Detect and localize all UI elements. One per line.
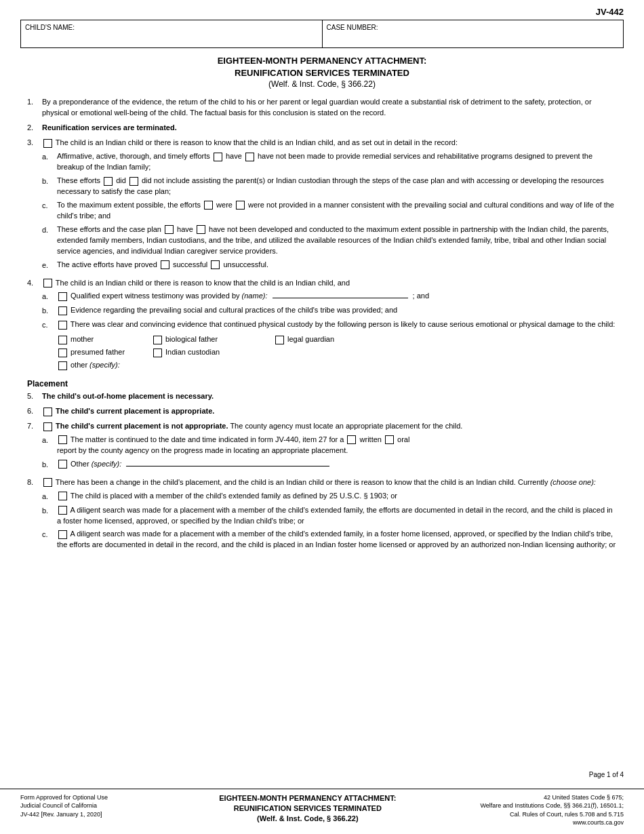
item-7a-checkbox[interactable] <box>58 435 67 444</box>
item-3e-text1: The active efforts have proved <box>57 260 157 269</box>
item-8a-checkbox[interactable] <box>58 492 67 500</box>
item-5-text: The child's out-of-home placement is nec… <box>42 392 214 400</box>
item-3b-did-checkbox[interactable] <box>104 177 113 186</box>
option-legal-guardian: legal guardian <box>274 334 334 345</box>
item-3c: c. To the maximum extent possible, the e… <box>42 200 617 222</box>
item-7: 7. The child's current placement is not … <box>27 421 617 473</box>
item-3e-unsuccessful: unsuccessful. <box>223 260 268 269</box>
legal-guardian-checkbox[interactable] <box>275 336 284 344</box>
item-3d: d. These efforts and the case plan have … <box>42 224 617 257</box>
footer-right-line1: 42 United States Code § 675; <box>451 793 624 802</box>
item-8-text1: There has been a change in the child's p… <box>56 478 548 486</box>
indian-custodian-label: Indian custodian <box>165 347 220 358</box>
footer-right-line3: Cal. Rules of Court, rules 5.708 and 5.7… <box>451 810 624 819</box>
item-3c-were: were <box>216 201 233 209</box>
item-7b-specify: (specify): <box>92 460 122 468</box>
item-8: 8. There has been a change in the child'… <box>27 477 617 554</box>
item-3b-did-not-checkbox[interactable] <box>129 177 138 186</box>
header-row: CHILD'S NAME: CASE NUMBER: <box>20 20 624 48</box>
footer-right-line2: Welfare and Institutions Code, §§ 366.21… <box>451 801 624 810</box>
item-7b-checkbox[interactable] <box>58 460 67 469</box>
item-3b: b. These efforts did did not include ass… <box>42 176 617 197</box>
other-specify-label: (specify): <box>89 360 120 371</box>
item-3: 3. The child is an Indian child or there… <box>27 138 617 273</box>
legal-guardian-label: legal guardian <box>287 334 334 345</box>
bio-father-checkbox[interactable] <box>153 336 162 344</box>
item-3a-have-not-checkbox[interactable] <box>245 153 254 161</box>
item-5: 5. The child's out-of-home placement is … <box>27 391 617 402</box>
item-3a-text1: Affirmative, active, thorough, and timel… <box>57 152 210 160</box>
item-8c-text: A diligent search was made for a placeme… <box>57 530 616 549</box>
footer-center-line2: REUNIFICATION SERVICES TERMINATED <box>164 803 451 814</box>
item-3e-successful-checkbox[interactable] <box>161 260 169 269</box>
case-number-field[interactable]: CASE NUMBER: <box>323 20 624 47</box>
item-3e-unsuccessful-checkbox[interactable] <box>211 260 220 269</box>
item-4a-name-field[interactable] <box>273 298 408 298</box>
item-4c-options: mother biological father legal guardian <box>57 334 617 371</box>
item-4c-checkbox[interactable] <box>58 321 67 330</box>
item-4-checkbox[interactable] <box>43 279 52 287</box>
footer-left-line1: Form Approved for Optional Use <box>20 793 164 802</box>
item-7-text2: The county agency must locate an appropr… <box>230 422 462 430</box>
other-label: other <box>71 360 87 371</box>
item-8-checkbox[interactable] <box>43 478 52 487</box>
item-8b-checkbox[interactable] <box>58 506 67 515</box>
item-3b-text1: These efforts <box>57 176 100 184</box>
other-checkbox[interactable] <box>58 361 67 370</box>
option-indian-custodian: Indian custodian <box>152 347 220 358</box>
indian-custodian-checkbox[interactable] <box>153 349 162 357</box>
item-7a-oral-checkbox[interactable] <box>385 435 394 444</box>
title-line3: (Welf. & Inst. Code, § 366.22) <box>20 79 624 89</box>
item-8c-checkbox[interactable] <box>58 530 67 539</box>
presumed-father-label: presumed father <box>71 347 125 358</box>
item-3a-have-checkbox[interactable] <box>214 153 222 161</box>
case-number-label: CASE NUMBER: <box>327 24 378 31</box>
footer-left-line3: JV-442 [Rev. January 1, 2020] <box>20 810 164 819</box>
item-7a-written-checkbox[interactable] <box>347 435 356 444</box>
item-3b-did-not: did not include assisting the parent(s) … <box>57 176 604 195</box>
footer: Form Approved for Optional Use Judicial … <box>0 789 644 827</box>
item-7-text1: The child's current placement is not app… <box>56 422 228 430</box>
footer-left-line2: Judicial Council of California <box>20 801 164 810</box>
item-7-checkbox[interactable] <box>43 422 52 431</box>
item-3-checkbox[interactable] <box>43 139 52 148</box>
item-3c-text1: To the maximum extent possible, the effo… <box>57 201 201 209</box>
item-3d-have-checkbox[interactable] <box>165 225 174 234</box>
item-7a-written: written <box>360 435 382 443</box>
item-3d-have-not-checkbox[interactable] <box>197 225 205 234</box>
content-area: 1. By a preponderance of the evidence, t… <box>27 97 617 553</box>
option-other: other (specify): <box>57 360 617 371</box>
mother-checkbox[interactable] <box>58 336 67 344</box>
page-number: Page 1 of 4 <box>589 771 624 778</box>
item-4-intro: The child is an Indian child or there is… <box>56 279 350 287</box>
item-8-choose: (choose one): <box>550 478 596 486</box>
item-4a: a. Qualified expert witness testimony wa… <box>42 291 617 302</box>
item-2: 2. Reunification services are terminated… <box>27 123 617 134</box>
footer-center: EIGHTEEN-MONTH PERMANENCY ATTACHMENT: RE… <box>164 793 451 825</box>
item-4a-name-label: (name): <box>242 292 268 300</box>
presumed-father-checkbox[interactable] <box>58 349 67 357</box>
option-bio-father: biological father <box>152 334 260 345</box>
item-4a-checkbox[interactable] <box>58 292 67 301</box>
title-line1: EIGHTEEN-MONTH PERMANENCY ATTACHMENT: <box>20 55 624 67</box>
item-3c-were-not-checkbox[interactable] <box>236 201 245 210</box>
item-3c-were-checkbox[interactable] <box>204 201 213 210</box>
item-3e-successful: successful <box>173 260 207 269</box>
item-4b-text: Evidence regarding the prevailing social… <box>71 306 397 314</box>
item-6-checkbox[interactable] <box>43 408 52 416</box>
child-name-field[interactable]: CHILD'S NAME: <box>21 20 323 47</box>
item-7b-specify-field[interactable] <box>126 466 329 466</box>
title-line2: REUNIFICATION SERVICES TERMINATED <box>20 67 624 79</box>
item-4b: b. Evidence regarding the prevailing soc… <box>42 305 617 317</box>
item-8a: a. The child is placed with a member of … <box>42 491 617 502</box>
item-4c: c. There was clear and convincing eviden… <box>42 319 617 371</box>
item-4b-checkbox[interactable] <box>58 306 67 315</box>
item-8b: b. A diligent search was made for a plac… <box>42 505 617 527</box>
footer-center-line1: EIGHTEEN-MONTH PERMANENCY ATTACHMENT: <box>164 793 451 803</box>
item-3d-have: have <box>177 225 193 233</box>
item-4a-text: Qualified expert witness testimony was p… <box>71 292 239 300</box>
item-4c-text: There was clear and convincing evidence … <box>71 320 615 328</box>
bio-father-label: biological father <box>165 334 218 345</box>
child-name-label: CHILD'S NAME: <box>25 24 75 31</box>
item-7a-oral: oral <box>397 435 409 443</box>
